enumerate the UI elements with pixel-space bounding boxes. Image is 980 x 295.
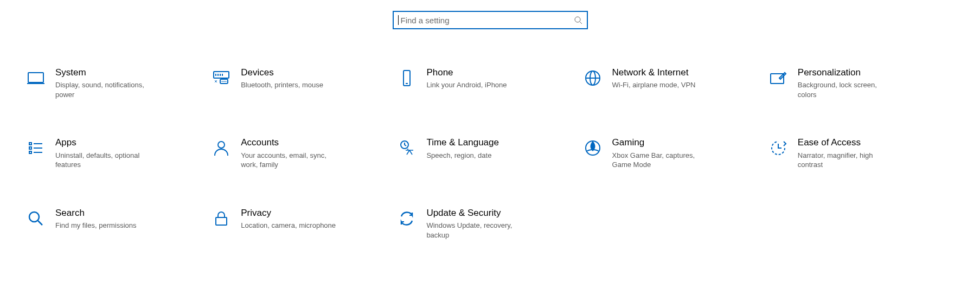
tile-search[interactable]: Search Find my files, permissions [26,208,212,240]
tile-title: Update & Security [426,208,524,219]
tile-title: Network & Internet [612,67,696,78]
tile-desc: Windows Update, recovery, backup [426,221,524,240]
tile-phone[interactable]: Phone Link your Android, iPhone [397,67,582,99]
svg-line-27 [38,221,42,225]
tile-desc: Background, lock screen, colors [798,80,895,99]
tile-title: Privacy [241,208,336,219]
tile-system[interactable]: System Display, sound, notifications, po… [26,67,212,99]
tile-desc: Speech, region, date [426,151,499,161]
svg-rect-21 [29,151,31,153]
search-input[interactable] [400,15,574,25]
tile-update-security[interactable]: Update & Security Windows Update, recove… [397,208,582,240]
apps-icon [26,138,46,158]
gaming-icon [583,138,603,158]
tile-title: Phone [426,67,507,78]
tile-network[interactable]: Network & Internet Wi-Fi, airplane mode,… [583,67,768,99]
search-icon [574,16,582,24]
tile-desc: Uninstall, defaults, optional features [55,151,153,170]
tile-title: Gaming [612,137,710,148]
tile-time-language[interactable]: Time & Language Speech, region, date [397,137,582,169]
search-input-container[interactable] [393,11,588,29]
text-caret [398,15,399,25]
tile-privacy[interactable]: Privacy Location, camera, microphone [212,208,397,240]
tile-personalization[interactable]: Personalization Background, lock screen,… [768,67,954,99]
svg-rect-17 [29,143,31,145]
tile-title: Accounts [241,137,338,148]
svg-rect-2 [28,73,43,82]
update-security-icon [397,209,417,228]
system-icon [26,68,46,88]
svg-point-0 [575,17,580,22]
tile-desc: Location, camera, microphone [241,221,336,230]
tile-desc: Find my files, permissions [55,221,137,230]
ease-of-access-icon [768,138,788,158]
svg-point-26 [29,212,39,222]
tile-title: Ease of Access [798,137,895,148]
tile-desc: Bluetooth, printers, mouse [241,80,323,90]
svg-point-23 [218,142,225,148]
network-icon [583,68,603,88]
tile-title: Apps [55,137,153,148]
tile-ease-of-access[interactable]: Ease of Access Narrator, magnifier, high… [768,137,954,169]
tile-title: Time & Language [426,137,499,148]
tile-desc: Display, sound, notifications, power [55,80,153,99]
privacy-icon [212,209,231,228]
tile-devices[interactable]: Devices Bluetooth, printers, mouse [212,67,397,99]
tile-apps[interactable]: Apps Uninstall, defaults, optional featu… [26,137,212,169]
tile-title: System [55,67,153,78]
tile-gaming[interactable]: Gaming Xbox Game Bar, captures, Game Mod… [583,137,768,169]
tile-desc: Wi-Fi, airplane mode, VPN [612,80,696,90]
tile-desc: Link your Android, iPhone [426,80,507,90]
tile-title: Devices [241,67,323,78]
search-category-icon [26,209,46,228]
phone-icon [397,68,417,88]
time-language-icon [397,138,417,158]
devices-icon [212,68,231,88]
svg-rect-28 [216,217,227,225]
tile-desc: Your accounts, email, sync, work, family [241,151,338,170]
tile-desc: Xbox Game Bar, captures, Game Mode [612,151,710,170]
tile-desc: Narrator, magnifier, high contrast [798,151,895,170]
personalization-icon [768,68,788,88]
svg-line-1 [580,22,582,24]
tile-title: Personalization [798,67,895,78]
svg-rect-19 [29,147,31,149]
tile-title: Search [55,208,137,219]
tile-accounts[interactable]: Accounts Your accounts, email, sync, wor… [212,137,397,169]
settings-grid: System Display, sound, notifications, po… [0,67,980,240]
accounts-icon [212,138,231,158]
